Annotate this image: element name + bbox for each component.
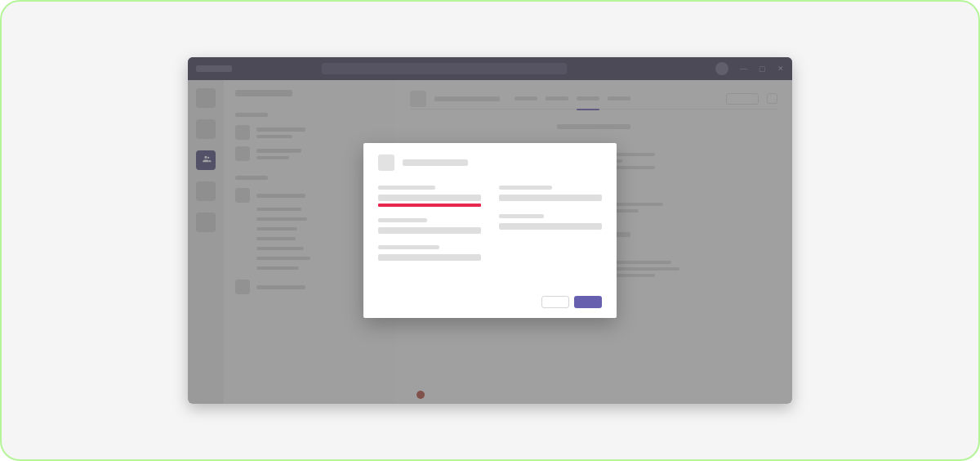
field-error-highlight — [378, 204, 481, 207]
text-input[interactable] — [378, 227, 481, 234]
field-label — [378, 218, 427, 222]
field-label — [499, 186, 552, 190]
dialog — [363, 143, 617, 318]
field-label — [378, 245, 439, 249]
text-input[interactable] — [499, 223, 602, 230]
cancel-button[interactable] — [541, 296, 569, 308]
text-input[interactable] — [499, 195, 602, 201]
dialog-icon — [378, 154, 394, 171]
dialog-title — [403, 159, 468, 166]
text-input[interactable] — [378, 254, 481, 261]
text-input[interactable] — [378, 195, 481, 201]
app-window: — ▢ ✕ — [188, 57, 792, 404]
field-label — [499, 214, 544, 218]
field-label — [378, 186, 435, 190]
confirm-button[interactable] — [574, 296, 602, 308]
outer-frame: — ▢ ✕ — [0, 0, 980, 461]
